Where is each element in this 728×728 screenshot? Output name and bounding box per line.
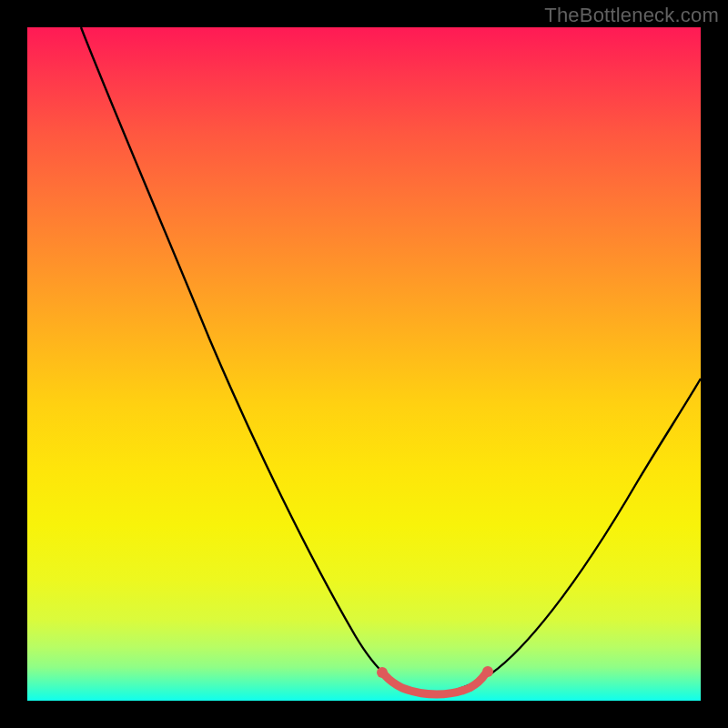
black-curve [81,27,701,693]
red-basin-marker [385,674,485,694]
watermark-text: TheBottleneck.com [544,4,719,27]
red-dot-left [377,667,388,678]
chart-frame: TheBottleneck.com [0,0,728,728]
plot-area [27,27,701,701]
red-dot-right [482,666,493,677]
curve-layer [27,27,701,701]
